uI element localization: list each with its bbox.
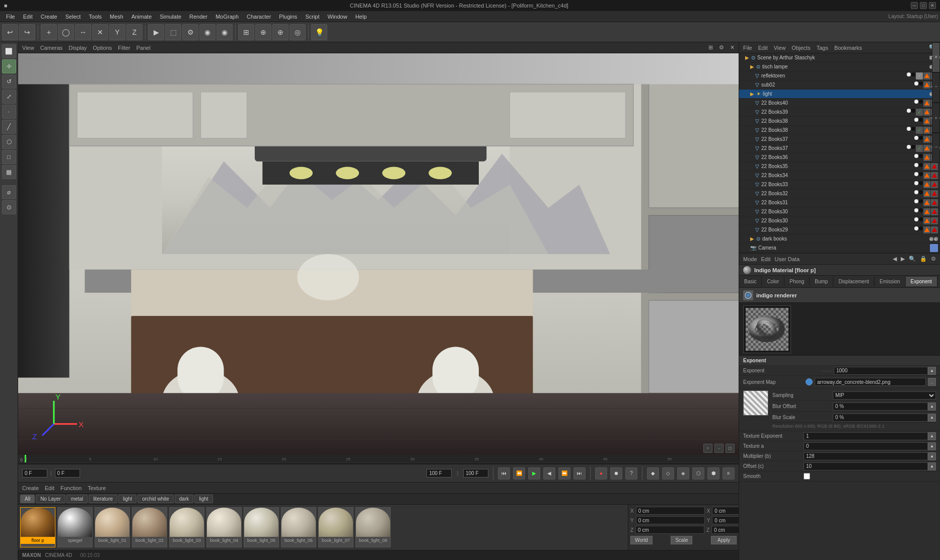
viewport-filter-menu[interactable]: Filter bbox=[118, 45, 130, 51]
viewport-view-menu[interactable]: View bbox=[22, 45, 34, 51]
mat-floor-p[interactable]: floor p bbox=[20, 507, 55, 547]
autokey-button[interactable]: ⏺ bbox=[610, 467, 622, 479]
menu-select[interactable]: Select bbox=[61, 13, 85, 21]
obj-vis-icon-3[interactable] bbox=[914, 82, 918, 86]
obj-row-tischlampe[interactable]: ▶ ⊙ tisch lampe ● ● bbox=[739, 62, 940, 71]
obj-row-books31[interactable]: ▽ 22 Books31 bbox=[739, 198, 940, 207]
blur-offset-up-btn[interactable]: ▲ bbox=[928, 403, 936, 411]
attr-userdata-menu[interactable]: User Data bbox=[775, 256, 800, 262]
menu-window[interactable]: Window bbox=[324, 13, 351, 21]
attr-search-icon[interactable]: 🔍 bbox=[909, 256, 916, 262]
viewport-panel-menu[interactable]: Panel bbox=[136, 45, 151, 51]
obj-cam-icon[interactable] bbox=[930, 244, 938, 252]
obj-objects-menu[interactable]: Objects bbox=[791, 45, 810, 51]
mat-spiegel[interactable]: spiegel bbox=[57, 507, 93, 547]
menu-create[interactable]: Create bbox=[37, 13, 61, 21]
3d-viewport[interactable]: X Y Z Perspective + − ⊡ bbox=[18, 53, 739, 455]
obj-mat-icon-2[interactable] bbox=[911, 72, 915, 76]
y-axis-button[interactable]: Y bbox=[109, 24, 125, 40]
go-start-button[interactable]: ⏮ bbox=[498, 467, 510, 479]
keyframe5-button[interactable]: ⬢ bbox=[707, 467, 719, 479]
obj-row-dark-books[interactable]: ▶ ⊙ dark books ● ● bbox=[739, 234, 940, 244]
menu-edit[interactable]: Edit bbox=[19, 13, 37, 21]
help-button[interactable]: ? bbox=[625, 467, 637, 479]
scale-button[interactable]: Scale bbox=[671, 536, 692, 544]
render-region-button[interactable]: ⬚ bbox=[165, 24, 181, 40]
move-tool[interactable]: ✛ bbox=[2, 59, 16, 73]
keyframe2-button[interactable]: ◇ bbox=[662, 467, 674, 479]
menu-render[interactable]: Render bbox=[185, 13, 211, 21]
exponent-map-browse-btn[interactable]: … bbox=[928, 378, 936, 386]
select-tool[interactable]: ⬜ bbox=[2, 44, 16, 58]
attr-back-icon[interactable]: ◀ bbox=[893, 256, 897, 262]
obj-row-books36[interactable]: ▽ 22 Books36 bbox=[739, 153, 940, 162]
timeline-button[interactable]: ≡ bbox=[722, 467, 735, 479]
coord-y2-pos[interactable] bbox=[712, 516, 742, 524]
mat-book-light-06[interactable]: book_light_06 bbox=[281, 507, 316, 547]
polygon-tool[interactable]: ⬡ bbox=[2, 135, 16, 149]
object-tree[interactable]: ▶ ⊙ Scene by Arthur Staschyk ● ● ▶ ⊙ tis… bbox=[739, 53, 940, 253]
vp-fit[interactable]: ⊡ bbox=[726, 444, 735, 453]
snap-button[interactable]: ⊕ bbox=[255, 24, 271, 40]
end-frame-input[interactable] bbox=[426, 469, 452, 477]
mat-create-menu[interactable]: Create bbox=[22, 485, 39, 491]
obj-row-books37b[interactable]: ▽ 22 Books37 ✓ bbox=[739, 144, 940, 153]
menu-help[interactable]: Help bbox=[351, 13, 371, 21]
right-tab-object[interactable]: Obj bbox=[932, 42, 940, 72]
obj-vis-icon-2[interactable] bbox=[907, 72, 911, 76]
keyframe-button[interactable]: ◆ bbox=[647, 467, 659, 479]
points-tool[interactable]: · bbox=[2, 105, 16, 119]
filter-orchid-white[interactable]: orchid white bbox=[137, 495, 173, 503]
mat-book-light-03[interactable]: book_light_03 bbox=[169, 507, 204, 547]
snap3-button[interactable]: ◎ bbox=[290, 24, 306, 40]
obj-row-books38b[interactable]: ▽ 22 Books38 ✓ bbox=[739, 126, 940, 135]
filter-light2[interactable]: light bbox=[194, 495, 212, 503]
attr-settings-icon[interactable]: ⚙ bbox=[931, 256, 936, 262]
obj-row-sub02[interactable]: ▽ sub02 bbox=[739, 81, 940, 90]
exponent-up-btn[interactable]: ▲ bbox=[928, 367, 936, 375]
keyframe3-button[interactable]: ◈ bbox=[677, 467, 689, 479]
undo-button[interactable]: ↩ bbox=[2, 24, 18, 40]
attr-tab-bump[interactable]: Bump bbox=[810, 277, 833, 286]
play-button[interactable]: ▶ bbox=[528, 467, 540, 479]
attr-tab-color[interactable]: Color bbox=[762, 277, 784, 286]
obj-row-books37a[interactable]: ▽ 22 Books37 bbox=[739, 135, 940, 144]
viewport-cameras-menu[interactable]: Cameras bbox=[40, 45, 63, 51]
render-active-button[interactable]: ◉ bbox=[199, 24, 215, 40]
edges-tool[interactable]: ╱ bbox=[2, 120, 16, 134]
mat-book-light-05[interactable]: book_light_05 bbox=[244, 507, 279, 547]
world-button[interactable]: World bbox=[630, 536, 653, 544]
record-button[interactable]: ● bbox=[595, 467, 607, 479]
mat-edit-menu[interactable]: Edit bbox=[45, 485, 54, 491]
texture-tool[interactable]: ▦ bbox=[2, 165, 16, 179]
attr-mode-menu[interactable]: Mode bbox=[743, 256, 757, 262]
snap2-button[interactable]: ⊕ bbox=[272, 24, 288, 40]
start-frame-input[interactable] bbox=[55, 469, 80, 477]
viewport-maximize-icon[interactable]: ⊞ bbox=[708, 44, 713, 51]
multiplier-input[interactable] bbox=[804, 452, 928, 460]
menu-character[interactable]: Character bbox=[243, 13, 275, 21]
mat-function-menu[interactable]: Function bbox=[60, 485, 82, 491]
attr-edit-menu[interactable]: Edit bbox=[761, 256, 771, 262]
coord-z-pos[interactable] bbox=[635, 526, 704, 534]
attr-forward-icon[interactable]: ▶ bbox=[901, 256, 905, 262]
texture-a-up-btn[interactable]: ▲ bbox=[928, 442, 936, 450]
next-frame-button[interactable]: ⏩ bbox=[558, 467, 570, 479]
maximize-button[interactable]: □ bbox=[920, 2, 927, 9]
attr-tab-phong[interactable]: Phong bbox=[784, 277, 810, 286]
new-object-button[interactable]: + bbox=[41, 24, 57, 40]
menu-script[interactable]: Script bbox=[301, 13, 323, 21]
coord-x2-pos[interactable] bbox=[712, 507, 742, 515]
obj-row-light[interactable]: ▶ ☀ light ● ● bbox=[739, 90, 940, 99]
offset-up-btn[interactable]: ▲ bbox=[928, 462, 936, 470]
filter-light[interactable]: light bbox=[118, 495, 136, 503]
obj-view-menu[interactable]: View bbox=[774, 45, 786, 51]
viewport-settings-icon[interactable]: ⚙ bbox=[719, 44, 724, 51]
multiplier-up-btn[interactable]: ▲ bbox=[928, 452, 936, 460]
texture-a-input[interactable] bbox=[804, 442, 928, 450]
obj-row-books34[interactable]: ▽ 22 Books34 bbox=[739, 171, 940, 180]
current-frame-input[interactable] bbox=[22, 469, 47, 477]
sampling-select[interactable]: MIP None SAT bbox=[833, 391, 936, 399]
mat-book-light-08[interactable]: book_light_08 bbox=[355, 507, 391, 547]
obj-file-menu[interactable]: File bbox=[743, 45, 752, 51]
